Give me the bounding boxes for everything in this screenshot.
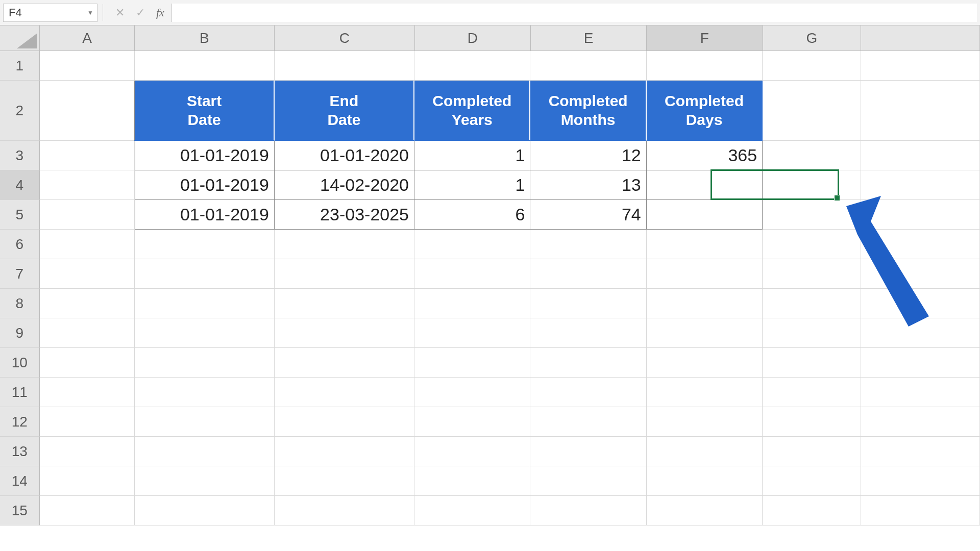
cell-E7[interactable] [530, 259, 646, 289]
cell-A13[interactable] [40, 437, 135, 466]
col-header-B[interactable]: B [135, 26, 275, 51]
cell-G2[interactable] [763, 81, 861, 141]
formula-input[interactable] [172, 4, 977, 22]
cell-E11[interactable] [530, 378, 646, 407]
fx-icon[interactable]: fx [156, 6, 164, 19]
cell-A2[interactable] [40, 81, 135, 141]
cell-F9[interactable] [647, 318, 763, 348]
cell-E1[interactable] [530, 51, 646, 81]
cell-C10[interactable] [275, 348, 414, 378]
cell-B5[interactable]: 01-01-2019 [135, 200, 275, 230]
cell-E8[interactable] [530, 289, 646, 318]
row-header-14[interactable]: 14 [0, 466, 40, 496]
cell-D15[interactable] [414, 496, 530, 525]
col-header-C[interactable]: C [275, 26, 415, 51]
cell-F6[interactable] [647, 230, 763, 259]
select-all-corner[interactable] [0, 26, 40, 51]
cell-extra2[interactable] [861, 81, 980, 141]
cell-A8[interactable] [40, 289, 135, 318]
cell-C9[interactable] [275, 318, 414, 348]
cell-extra9[interactable] [861, 318, 980, 348]
col-header-A[interactable]: A [40, 26, 134, 51]
chevron-down-icon[interactable]: ▼ [84, 9, 97, 16]
cell-F7[interactable] [647, 259, 763, 289]
row-header-5[interactable]: 5 [0, 200, 40, 230]
cell-E5[interactable]: 74 [530, 200, 646, 230]
cell-F10[interactable] [647, 348, 763, 378]
cell-F12[interactable] [647, 407, 763, 437]
cell-C3[interactable]: 01-01-2020 [275, 141, 414, 170]
cell-A4[interactable] [40, 170, 135, 200]
cell-A10[interactable] [40, 348, 135, 378]
cell-extra12[interactable] [861, 407, 980, 437]
table-header-completed-days[interactable]: Completed Days [647, 81, 763, 141]
table-header-completed-years[interactable]: Completed Years [414, 81, 530, 141]
spreadsheet-grid[interactable]: A B C D E F G 1 2 Start Date End Date Co… [0, 26, 980, 551]
cell-G11[interactable] [763, 378, 861, 407]
close-icon[interactable]: ✕ [115, 7, 125, 18]
cell-D12[interactable] [414, 407, 530, 437]
cell-extra7[interactable] [861, 259, 980, 289]
cell-F1[interactable] [647, 51, 763, 81]
cell-D13[interactable] [414, 437, 530, 466]
cell-C14[interactable] [275, 466, 414, 496]
cell-B8[interactable] [135, 289, 275, 318]
cell-G6[interactable] [763, 230, 861, 259]
cell-B3[interactable]: 01-01-2019 [135, 141, 275, 170]
row-header-9[interactable]: 9 [0, 318, 40, 348]
cell-extra10[interactable] [861, 348, 980, 378]
cell-G10[interactable] [763, 348, 861, 378]
row-header-3[interactable]: 3 [0, 141, 40, 170]
cell-C5[interactable]: 23-03-2025 [275, 200, 414, 230]
row-header-12[interactable]: 12 [0, 407, 40, 437]
row-header-4[interactable]: 4 [0, 170, 40, 200]
cell-A12[interactable] [40, 407, 135, 437]
col-header-D[interactable]: D [415, 26, 531, 51]
cell-extra6[interactable] [861, 230, 980, 259]
cell-G9[interactable] [763, 318, 861, 348]
cell-D11[interactable] [414, 378, 530, 407]
cell-G14[interactable] [763, 466, 861, 496]
cell-C13[interactable] [275, 437, 414, 466]
cell-extra11[interactable] [861, 378, 980, 407]
cell-A3[interactable] [40, 141, 135, 170]
cell-B12[interactable] [135, 407, 275, 437]
col-header-F[interactable]: F [647, 26, 763, 51]
cell-C1[interactable] [275, 51, 414, 81]
row-header-1[interactable]: 1 [0, 51, 40, 81]
table-header-start-date[interactable]: Start Date [134, 81, 274, 141]
cell-B10[interactable] [135, 348, 275, 378]
cell-extra15[interactable] [861, 496, 980, 525]
cell-F4[interactable] [647, 170, 763, 200]
cell-G4[interactable] [763, 170, 861, 200]
cell-A15[interactable] [40, 496, 135, 525]
table-header-end-date[interactable]: End Date [275, 81, 414, 141]
cell-E4[interactable]: 13 [530, 170, 646, 200]
cell-D10[interactable] [414, 348, 530, 378]
cell-C7[interactable] [275, 259, 414, 289]
cell-extra5[interactable] [861, 200, 980, 230]
cell-B7[interactable] [135, 259, 275, 289]
cell-D9[interactable] [414, 318, 530, 348]
cell-extra3[interactable] [861, 141, 980, 170]
cell-C11[interactable] [275, 378, 414, 407]
cell-extra4[interactable] [861, 170, 980, 200]
col-header-G[interactable]: G [763, 26, 862, 51]
row-header-7[interactable]: 7 [0, 259, 40, 289]
cell-A9[interactable] [40, 318, 135, 348]
cell-C12[interactable] [275, 407, 414, 437]
cell-F13[interactable] [647, 437, 763, 466]
cell-A14[interactable] [40, 466, 135, 496]
cell-C15[interactable] [275, 496, 414, 525]
cell-D7[interactable] [414, 259, 530, 289]
cell-C6[interactable] [275, 230, 414, 259]
cell-extra8[interactable] [861, 289, 980, 318]
cell-F3[interactable]: 365 [647, 141, 763, 170]
name-box[interactable]: F4 ▼ [3, 4, 97, 22]
row-header-13[interactable]: 13 [0, 437, 40, 466]
cell-G8[interactable] [763, 289, 861, 318]
col-header-extra[interactable] [861, 26, 980, 51]
cell-F15[interactable] [647, 496, 763, 525]
cell-A11[interactable] [40, 378, 135, 407]
cell-G13[interactable] [763, 437, 861, 466]
